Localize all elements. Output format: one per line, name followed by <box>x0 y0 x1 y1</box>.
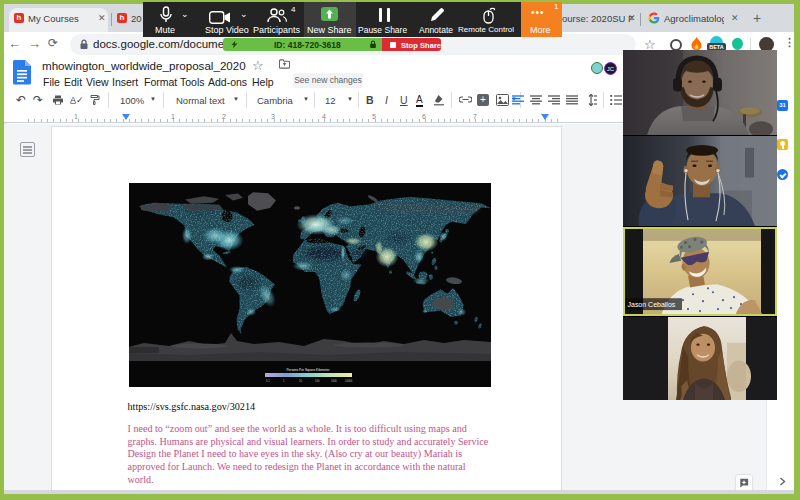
svg-text:1000: 1000 <box>331 379 337 383</box>
svg-text:100: 100 <box>315 379 320 383</box>
svg-text:Persons Per Square Kilometer: Persons Per Square Kilometer <box>286 368 330 372</box>
svg-text:10000: 10000 <box>345 379 353 383</box>
svg-text:Jason Ceballos: Jason Ceballos <box>628 301 676 308</box>
svg-text:0.1: 0.1 <box>266 379 270 383</box>
